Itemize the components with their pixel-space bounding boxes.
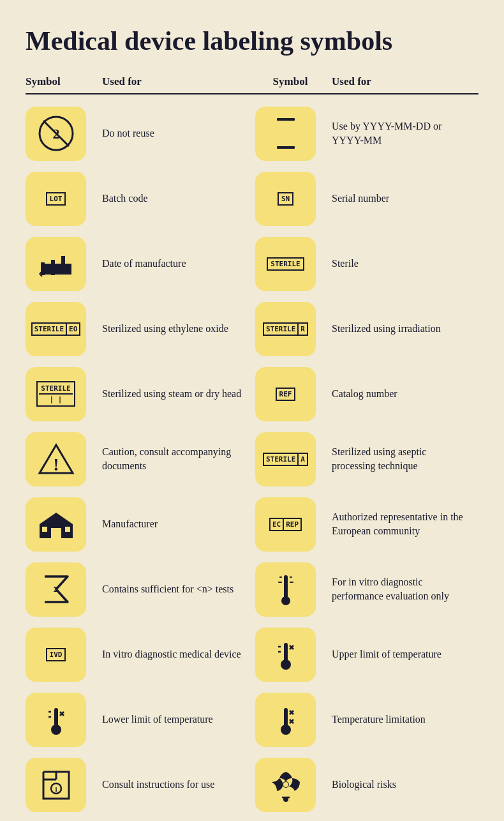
svg-rect-7 — [51, 260, 55, 275]
svg-rect-26 — [54, 708, 58, 727]
used-for-lot: Batch code — [102, 192, 249, 206]
header-col4: Used for — [332, 75, 478, 88]
symbol-temp-limitation — [255, 693, 316, 747]
symbol-no-reuse: 2 — [26, 107, 86, 161]
header-col1: Symbol — [26, 75, 96, 88]
symbol-sterile: STERILE — [255, 237, 316, 291]
table-row: Date of manufacture STERILE Sterile — [26, 235, 478, 292]
table-row: STERILE EO Sterilized using ethylene oxi… — [26, 300, 478, 358]
symbol-sterile-r: STERILE R — [255, 302, 316, 356]
svg-rect-21 — [290, 582, 293, 583]
header-col3: Symbol — [255, 75, 325, 88]
used-for-date-manufacture: Date of manufacture — [102, 257, 249, 271]
svg-point-27 — [51, 725, 61, 735]
used-for-manufacturer: Manufacturer — [102, 517, 249, 531]
svg-rect-19 — [290, 576, 292, 578]
used-for-sigma: Contains sufficient for <n> tests — [102, 582, 249, 596]
symbol-ivd: IVD — [26, 628, 86, 682]
svg-rect-14 — [65, 527, 70, 532]
svg-point-23 — [281, 659, 291, 670]
svg-rect-8 — [61, 256, 65, 274]
svg-rect-13 — [42, 527, 47, 532]
symbol-lower-temp — [26, 693, 86, 747]
table-row: Σ Contains sufficient for <n> tests For … — [26, 561, 478, 618]
table-row: STERILE | | Sterilized using steam or dr… — [26, 365, 478, 423]
used-for-ref: Catalog number — [332, 387, 478, 401]
table-row: i Consult instructions for use Biologica… — [26, 756, 478, 813]
svg-marker-11 — [40, 513, 73, 524]
symbol-ivd-performance — [255, 562, 316, 617]
svg-point-31 — [281, 725, 291, 735]
symbol-ec-rep: EC REP — [255, 497, 316, 552]
used-for-ivd-performance: For in vitro diagnostic performance eval… — [332, 575, 478, 604]
svg-rect-12 — [51, 528, 61, 538]
symbol-date-manufacture — [26, 237, 86, 291]
page-title: Medical device labeling symbols — [26, 26, 478, 56]
symbol-consult-instructions: i — [26, 758, 86, 812]
symbol-sn: SN — [255, 172, 316, 226]
used-for-biohazard: Biological risks — [332, 778, 478, 792]
symbol-ref: REF — [255, 367, 316, 421]
symbol-sterile-steam: STERILE | | — [26, 367, 86, 421]
svg-rect-30 — [284, 708, 288, 727]
used-for-sn: Serial number — [332, 192, 478, 206]
used-for-hourglass: Use by YYYY-MM-DD or YYYY-MM — [332, 119, 478, 148]
svg-rect-18 — [279, 576, 282, 578]
svg-text:!: ! — [53, 455, 59, 474]
svg-point-17 — [281, 596, 290, 605]
symbol-caution: ! — [26, 432, 86, 486]
symbol-lot: LOT — [26, 172, 86, 226]
used-for-sterile-steam: Sterilized using steam or dry head — [102, 387, 249, 401]
table-row: 2 Do not reuse Use by YYYY-MM-DD or YYYY… — [26, 105, 478, 162]
svg-point-35 — [283, 782, 288, 787]
sterile-text: STERILE — [267, 257, 304, 271]
used-for-ec-rep: Authorized representative in the Europea… — [332, 510, 478, 539]
symbol-upper-temp — [255, 628, 316, 682]
lot-text: LOT — [46, 192, 66, 206]
used-for-sterile-eo: Sterilized using ethylene oxide — [102, 322, 249, 336]
used-for-temp-limitation: Temperature limitation — [332, 712, 478, 727]
svg-rect-3 — [277, 118, 295, 121]
table-row: Lower limit of temperature Temperature l… — [26, 691, 478, 748]
used-for-consult-instructions: Consult instructions for use — [102, 778, 249, 792]
symbol-hourglass — [255, 107, 316, 161]
symbol-sigma: Σ — [26, 562, 86, 617]
used-for-caution: Caution, consult accompanying documents — [102, 445, 249, 474]
symbol-biohazard — [255, 758, 316, 812]
svg-rect-16 — [284, 575, 288, 598]
svg-text:i: i — [55, 785, 57, 793]
svg-rect-20 — [278, 582, 282, 583]
used-for-sterile-r: Sterilized using irradiation — [332, 322, 478, 336]
symbol-manufacturer — [26, 497, 86, 552]
used-for-sterile: Sterile — [332, 257, 478, 271]
used-for-lower-temp: Lower limit of temperature — [102, 712, 249, 727]
table-row: IVD In vitro diagnostic medical device U… — [26, 626, 478, 683]
svg-rect-5 — [41, 264, 71, 274]
sn-text: SN — [278, 192, 293, 206]
table-row: ! Caution, consult accompanying document… — [26, 430, 478, 488]
used-for-sterile-a: Sterilized using aseptic processing tech… — [332, 445, 478, 474]
used-for-upper-temp: Upper limit of temperature — [332, 647, 478, 661]
svg-rect-4 — [277, 146, 295, 149]
table-row: Manufacturer EC REP Authorized represent… — [26, 495, 478, 553]
svg-rect-22 — [284, 643, 288, 662]
used-for-ivd: In vitro diagnostic medical device — [102, 647, 249, 661]
ivd-text: IVD — [46, 648, 66, 661]
table-row: LOT Batch code SN Serial number — [26, 170, 478, 227]
symbol-sterile-a: STERILE A — [255, 432, 316, 486]
rows-container: 2 Do not reuse Use by YYYY-MM-DD or YYYY… — [26, 105, 478, 813]
ref-text: REF — [276, 388, 296, 401]
table-header: Symbol Used for Symbol Used for — [26, 75, 478, 94]
header-col2: Used for — [102, 75, 249, 88]
svg-text:2: 2 — [52, 126, 59, 142]
used-for-no-reuse: Do not reuse — [102, 126, 249, 140]
svg-text:Σ: Σ — [53, 584, 59, 594]
symbol-sterile-eo: STERILE EO — [26, 302, 86, 356]
